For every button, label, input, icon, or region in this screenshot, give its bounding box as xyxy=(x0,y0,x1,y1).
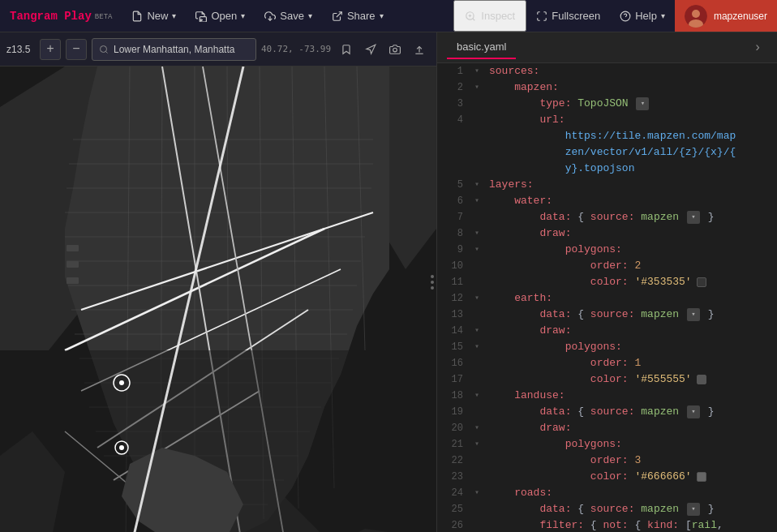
open-button[interactable]: Open ▾ xyxy=(186,0,255,32)
search-box[interactable] xyxy=(92,38,256,61)
svg-point-63 xyxy=(119,380,124,385)
svg-point-15 xyxy=(393,48,397,52)
zoom-in-button[interactable]: + xyxy=(40,39,61,60)
code-line-20: 20 ▾ draw: xyxy=(437,420,777,436)
code-line-7: 7 data: { source: mapzen ▾ } xyxy=(437,209,777,225)
save-caret: ▾ xyxy=(308,11,312,20)
open-caret: ▾ xyxy=(241,11,245,20)
map-toolbar: z13.5 + − 40.72, -73.99 xyxy=(0,32,436,66)
code-line-url3: y}.topojson xyxy=(437,161,777,177)
editor-toggle[interactable]: › xyxy=(748,38,767,58)
inspect-button[interactable]: Inspect xyxy=(453,0,526,32)
editor-header: basic.yaml › xyxy=(437,32,777,63)
code-line-1: 1 ▾ sources: xyxy=(437,63,777,79)
resize-handle[interactable] xyxy=(428,32,436,532)
map-area: z13.5 + − 40.72, -73.99 xyxy=(0,32,436,532)
color-swatch-353535[interactable] xyxy=(697,277,706,287)
upload-button[interactable] xyxy=(409,39,430,60)
map-visualization xyxy=(0,66,436,532)
code-line-21: 21 ▾ polygons: xyxy=(437,436,777,453)
save-button[interactable]: Save ▾ xyxy=(255,0,322,32)
help-caret: ▾ xyxy=(661,11,665,20)
camera-button[interactable] xyxy=(384,39,406,60)
svg-point-12 xyxy=(101,45,107,52)
code-line-2: 2 ▾ mapzen: xyxy=(437,79,777,96)
svg-line-4 xyxy=(473,18,475,20)
code-line-6: 6 ▾ water: xyxy=(437,193,777,209)
code-line-12: 12 ▾ earth: xyxy=(437,290,777,307)
help-button[interactable]: Help ▾ xyxy=(610,0,675,32)
bookmark-button[interactable] xyxy=(336,39,357,60)
color-swatch-555555[interactable] xyxy=(697,375,706,384)
svg-rect-57 xyxy=(67,245,79,251)
app-logo: Tangram Play BETA xyxy=(0,10,122,23)
svg-line-13 xyxy=(105,51,107,53)
code-line-5: 5 ▾ layers: xyxy=(437,177,777,193)
resize-dots xyxy=(431,275,434,290)
code-line-13: 13 data: { source: mapzen ▾ } xyxy=(437,307,777,323)
code-line-18: 18 ▾ landuse: xyxy=(437,388,777,404)
zoom-out-button[interactable]: − xyxy=(66,39,87,60)
svg-point-10 xyxy=(692,10,700,18)
code-line-16: 16 order: 1 xyxy=(437,355,777,371)
topbar: Tangram Play BETA New ▾ Open ▾ Save ▾ Sh… xyxy=(0,0,777,32)
code-line-4: 4 url: xyxy=(437,112,777,128)
beta-badge: BETA xyxy=(95,13,113,21)
code-line-14: 14 ▾ draw: xyxy=(437,323,777,339)
zoom-level: z13.5 xyxy=(6,44,35,55)
code-line-26: 26 filter: { not: { kind: [rail, xyxy=(437,517,777,532)
code-line-24: 24 ▾ roads: xyxy=(437,485,777,501)
code-line-25: 25 data: { source: mapzen ▾ } xyxy=(437,501,777,517)
map-canvas[interactable] xyxy=(0,66,436,532)
code-line-10: 10 order: 2 xyxy=(437,258,777,274)
svg-point-65 xyxy=(119,445,124,450)
new-caret: ▾ xyxy=(172,11,176,20)
fullscreen-button[interactable]: Fullscreen xyxy=(526,0,610,32)
username: mapzenuser xyxy=(714,11,767,22)
new-button[interactable]: New ▾ xyxy=(122,0,186,32)
logo-text: Tangram Play xyxy=(10,10,92,23)
code-line-19: 19 data: { source: mapzen ▾ } xyxy=(437,404,777,420)
svg-rect-58 xyxy=(67,261,79,268)
code-content[interactable]: 1 ▾ sources: 2 ▾ mapzen: 3 type: TopoJSO… xyxy=(437,63,777,532)
svg-marker-14 xyxy=(367,45,376,54)
search-input[interactable] xyxy=(114,44,249,55)
code-editor: basic.yaml › 1 ▾ sources: 2 ▾ mapzen: 3 xyxy=(436,32,777,532)
main-layout: z13.5 + − 40.72, -73.99 xyxy=(0,32,777,532)
color-swatch-666666[interactable] xyxy=(697,472,706,482)
search-icon xyxy=(99,45,109,54)
svg-rect-59 xyxy=(67,277,79,284)
avatar xyxy=(685,5,707,28)
code-line-11: 11 color: '#353535' xyxy=(437,274,777,290)
svg-line-2 xyxy=(337,11,341,16)
share-caret: ▾ xyxy=(380,11,384,20)
map-coords: 40.72, -73.99 xyxy=(261,44,331,54)
code-line-url2: zen/vector/v1/all/{z}/{x}/{ xyxy=(437,144,777,161)
code-line-8: 8 ▾ draw: xyxy=(437,225,777,242)
code-line-3: 3 type: TopoJSON ▾ xyxy=(437,96,777,112)
file-tab[interactable]: basic.yaml xyxy=(447,36,516,59)
code-line-23: 23 color: '#666666' xyxy=(437,469,777,485)
locate-button[interactable] xyxy=(360,39,381,60)
code-line-15: 15 ▾ polygons: xyxy=(437,339,777,355)
code-line-22: 22 order: 3 xyxy=(437,453,777,469)
code-line-9: 9 ▾ polygons: xyxy=(437,242,777,258)
user-menu[interactable]: mapzenuser xyxy=(675,0,777,32)
code-line-url1: https://tile.mapzen.com/map xyxy=(437,128,777,144)
map-action-buttons xyxy=(336,39,430,60)
code-line-17: 17 color: '#555555' xyxy=(437,371,777,388)
share-button[interactable]: Share ▾ xyxy=(322,0,393,32)
